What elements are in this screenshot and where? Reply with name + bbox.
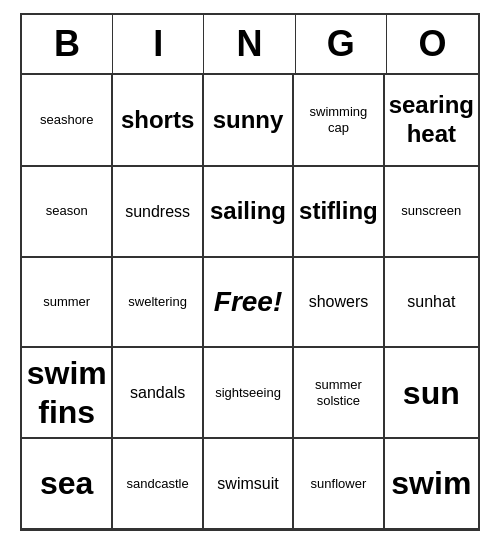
bingo-cell: sunny bbox=[203, 75, 293, 166]
bingo-cell: sea bbox=[22, 438, 112, 529]
bingo-cell: seashore bbox=[22, 75, 112, 166]
header-letter: B bbox=[22, 15, 113, 73]
cell-text: swim bbox=[391, 464, 471, 502]
cell-text: Free! bbox=[214, 285, 282, 319]
cell-text: sightseeing bbox=[215, 385, 281, 401]
cell-text: sweltering bbox=[128, 294, 187, 310]
cell-text: sandals bbox=[130, 383, 185, 402]
bingo-cell: sandals bbox=[112, 347, 202, 438]
bingo-grid: seashoreshortssunnyswimming capsearing h… bbox=[22, 75, 478, 529]
cell-text: sunflower bbox=[311, 476, 367, 492]
bingo-cell: shorts bbox=[112, 75, 202, 166]
cell-text: swimming cap bbox=[298, 104, 378, 135]
cell-text: showers bbox=[309, 292, 369, 311]
bingo-cell: showers bbox=[293, 257, 383, 348]
bingo-cell: Free! bbox=[203, 257, 293, 348]
cell-text: summer bbox=[43, 294, 90, 310]
bingo-cell: summer solstice bbox=[293, 347, 383, 438]
bingo-cell: sailing bbox=[203, 166, 293, 257]
bingo-cell: sunscreen bbox=[384, 166, 478, 257]
bingo-header: BINGO bbox=[22, 15, 478, 75]
bingo-cell: summer bbox=[22, 257, 112, 348]
bingo-cell: sweltering bbox=[112, 257, 202, 348]
cell-text: sunhat bbox=[407, 292, 455, 311]
header-letter: G bbox=[296, 15, 387, 73]
bingo-card: BINGO seashoreshortssunnyswimming capsea… bbox=[20, 13, 480, 531]
bingo-cell: searing heat bbox=[384, 75, 478, 166]
cell-text: sundress bbox=[125, 202, 190, 221]
bingo-cell: swimming cap bbox=[293, 75, 383, 166]
cell-text: seashore bbox=[40, 112, 93, 128]
cell-text: swimsuit bbox=[217, 474, 278, 493]
cell-text: sandcastle bbox=[127, 476, 189, 492]
cell-text: sailing bbox=[210, 197, 286, 226]
cell-text: sunny bbox=[213, 106, 284, 135]
bingo-cell: sightseeing bbox=[203, 347, 293, 438]
bingo-cell: sandcastle bbox=[112, 438, 202, 529]
cell-text: searing heat bbox=[389, 91, 474, 149]
bingo-cell: stifling bbox=[293, 166, 383, 257]
cell-text: shorts bbox=[121, 106, 194, 135]
bingo-cell: sunhat bbox=[384, 257, 478, 348]
bingo-cell: season bbox=[22, 166, 112, 257]
bingo-cell: sunflower bbox=[293, 438, 383, 529]
bingo-cell: swim fins bbox=[22, 347, 112, 438]
bingo-cell: sundress bbox=[112, 166, 202, 257]
header-letter: O bbox=[387, 15, 478, 73]
bingo-cell: swim bbox=[384, 438, 478, 529]
cell-text: sun bbox=[403, 374, 460, 412]
cell-text: stifling bbox=[299, 197, 378, 226]
cell-text: swim fins bbox=[26, 354, 107, 431]
bingo-cell: swimsuit bbox=[203, 438, 293, 529]
cell-text: season bbox=[46, 203, 88, 219]
bingo-cell: sun bbox=[384, 347, 478, 438]
header-letter: I bbox=[113, 15, 204, 73]
header-letter: N bbox=[204, 15, 295, 73]
cell-text: summer solstice bbox=[298, 377, 378, 408]
cell-text: sea bbox=[40, 464, 93, 502]
cell-text: sunscreen bbox=[401, 203, 461, 219]
